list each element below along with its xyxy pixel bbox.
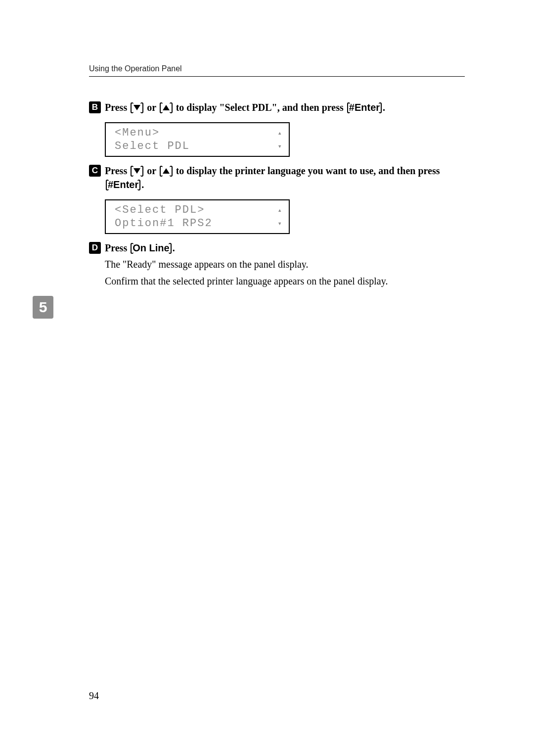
period: . [383, 102, 385, 113]
up-key [159, 102, 174, 113]
step-3-body: Press or to display the printer language… [105, 164, 465, 191]
lcd-down-icon [275, 217, 283, 230]
page-number: 94 [89, 690, 99, 702]
bracket-left-icon [347, 102, 350, 113]
bracket-right-icon [140, 102, 143, 113]
step-3-tail: to display the printer language you want… [176, 165, 440, 176]
enter-key-label: #Enter [108, 179, 138, 190]
step-4-para1: The "Ready" message appears on the panel… [105, 257, 465, 272]
step-2-body: Press or to display "Select PDL", and th… [105, 100, 465, 114]
lcd-row: <Menu> [115, 126, 283, 140]
lcd-line1: <Menu> [115, 127, 160, 140]
step-3-line: C Press or to display the printer langua… [89, 164, 465, 191]
period: . [173, 242, 175, 253]
lcd-row: Select PDL [115, 140, 283, 153]
bracket-right-icon [169, 243, 172, 254]
lcd-up-icon [275, 126, 283, 140]
step-4: D Press On Line. The "Ready" message app… [89, 241, 465, 288]
lcd-line1: <Select PDL> [115, 204, 205, 217]
step-4-para2: Confirm that the selected printer langua… [105, 274, 465, 288]
online-key-label: On Line [133, 242, 169, 253]
bracket-right-icon [140, 166, 143, 177]
step-number-badge-3: C [89, 165, 101, 177]
step-number-badge-2: B [89, 101, 101, 113]
lcd-row: <Select PDL> [115, 203, 283, 217]
press-label: Press [105, 102, 127, 113]
lcd-display-1: <Menu> Select PDL [105, 122, 290, 157]
lcd-line2: Select PDL [115, 140, 190, 153]
bracket-right-icon [170, 166, 173, 177]
press-label: Press [105, 242, 130, 253]
page: Using the Operation Panel B Press or to … [0, 0, 534, 756]
enter-key: #Enter [105, 179, 141, 190]
lcd-down-icon [275, 140, 283, 153]
up-key [159, 165, 174, 176]
enter-key: #Enter [346, 102, 383, 113]
or-label: or [147, 102, 159, 113]
step-2-line: B Press or to display "Select PDL", and … [89, 100, 465, 114]
period: . [141, 179, 144, 190]
step-2: B Press or to display "Select PDL", and … [89, 100, 465, 157]
online-key: On Line [130, 242, 172, 253]
step-2-tail: to display "Select PDL", and then press [176, 102, 346, 113]
bracket-right-icon [170, 102, 173, 113]
lcd-row: Option#1 RPS2 [115, 217, 283, 230]
bracket-left-icon [106, 180, 109, 190]
press-label: Press [105, 165, 127, 176]
step-4-body: Press On Line. [105, 241, 465, 255]
lcd-up-icon [275, 203, 283, 217]
bracket-left-icon [131, 243, 134, 254]
down-key [130, 102, 144, 113]
lcd-display-2: <Select PDL> Option#1 RPS2 [105, 199, 290, 234]
or-label: or [147, 165, 159, 176]
step-3: C Press or to display the printer langua… [89, 164, 465, 234]
down-key [130, 165, 144, 176]
enter-key-label: #Enter [349, 102, 380, 113]
chapter-tab: 5 [33, 296, 53, 319]
page-header: Using the Operation Panel [89, 64, 465, 77]
bracket-right-icon [379, 102, 382, 113]
bracket-right-icon [137, 180, 140, 190]
step-number-badge-4: D [89, 242, 101, 254]
step-4-line: D Press On Line. [89, 241, 465, 255]
lcd-line2: Option#1 RPS2 [115, 217, 213, 230]
